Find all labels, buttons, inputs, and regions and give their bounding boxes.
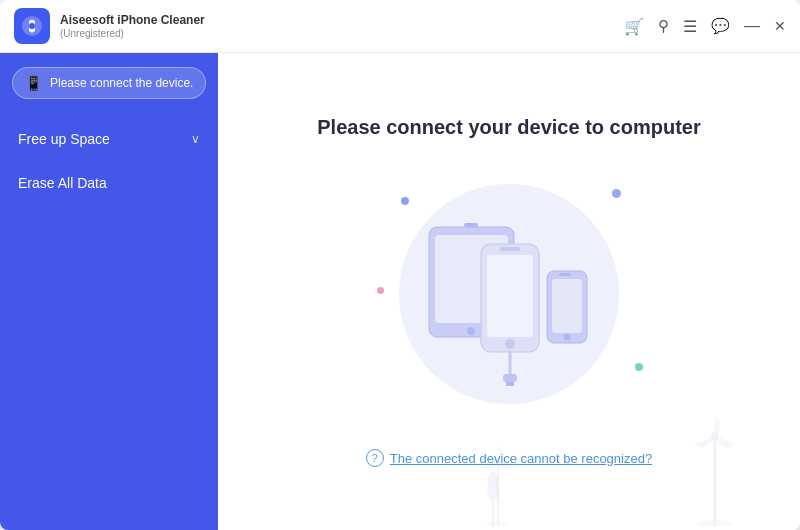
erase-all-data-label: Erase All Data xyxy=(18,175,107,191)
free-up-space-label: Free up Space xyxy=(18,131,110,147)
minimize-icon[interactable]: — xyxy=(744,17,760,35)
devices-svg xyxy=(409,199,609,389)
page-title: Please connect your device to computer xyxy=(317,116,700,139)
svg-point-1 xyxy=(29,23,35,29)
tree-left-decoration xyxy=(478,471,508,530)
pin-icon[interactable]: ⚲ xyxy=(658,17,669,35)
dot-pink-left xyxy=(377,287,384,294)
app-title-block: Aiseesoft iPhone Cleaner (Unregistered) xyxy=(60,13,205,40)
chevron-down-icon: ∨ xyxy=(191,132,200,146)
svg-rect-11 xyxy=(552,279,582,333)
cart-icon[interactable]: 🛒 xyxy=(624,17,644,36)
svg-rect-7 xyxy=(487,255,533,337)
sidebar: 📱 Please connect the device. Free up Spa… xyxy=(0,53,218,530)
app-logo xyxy=(14,8,50,44)
connect-device-button[interactable]: 📱 Please connect the device. xyxy=(12,67,206,99)
svg-point-4 xyxy=(467,327,475,335)
question-icon: ? xyxy=(366,449,384,467)
device-illustration xyxy=(369,179,649,409)
content-area: Please connect your device to computer xyxy=(218,53,800,530)
svg-point-19 xyxy=(697,520,733,526)
windmill-right-decoration xyxy=(670,416,760,530)
svg-rect-12 xyxy=(559,273,571,276)
title-bar: Aiseesoft iPhone Cleaner (Unregistered) … xyxy=(0,0,800,53)
svg-rect-8 xyxy=(500,247,520,251)
menu-icon[interactable]: ☰ xyxy=(683,17,697,36)
app-subtitle: (Unregistered) xyxy=(60,28,205,39)
main-layout: 📱 Please connect the device. Free up Spa… xyxy=(0,53,800,530)
sidebar-item-free-up-space[interactable]: Free up Space ∨ xyxy=(0,117,218,161)
dot-blue-topleft xyxy=(401,197,409,205)
svg-rect-16 xyxy=(506,382,514,386)
dot-blue-topright xyxy=(612,189,621,198)
title-bar-left: Aiseesoft iPhone Cleaner (Unregistered) xyxy=(14,8,205,44)
sidebar-item-erase-all-data[interactable]: Erase All Data xyxy=(0,161,218,205)
phone-icon: 📱 xyxy=(25,75,42,91)
chat-icon[interactable]: 💬 xyxy=(711,17,730,35)
dot-green-right xyxy=(635,363,643,371)
svg-rect-15 xyxy=(503,374,517,382)
svg-point-13 xyxy=(564,334,571,341)
app-window: Aiseesoft iPhone Cleaner (Unregistered) … xyxy=(0,0,800,530)
app-name: Aiseesoft iPhone Cleaner xyxy=(60,13,205,29)
svg-rect-5 xyxy=(464,223,478,227)
svg-point-9 xyxy=(505,339,515,349)
title-bar-right: 🛒 ⚲ ☰ 💬 — ✕ xyxy=(624,17,786,36)
close-icon[interactable]: ✕ xyxy=(774,18,786,34)
connect-device-label: Please connect the device. xyxy=(50,76,193,90)
